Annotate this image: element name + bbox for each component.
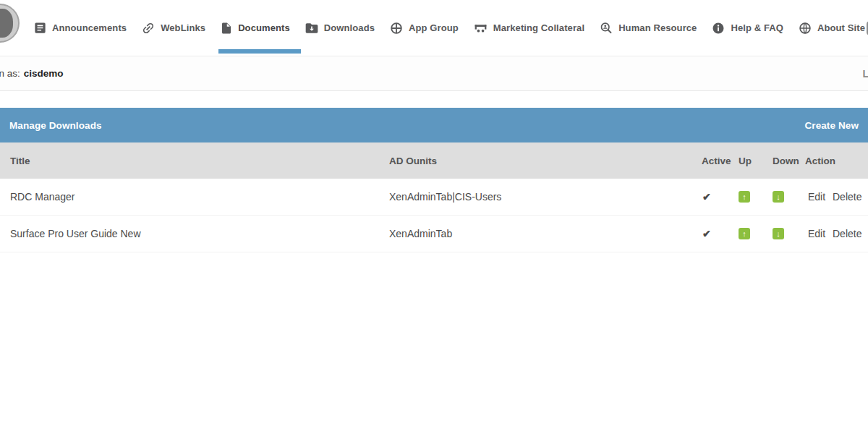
announcements-icon xyxy=(33,21,47,35)
tab-rss[interactable] xyxy=(865,0,868,56)
documents-icon xyxy=(220,22,233,35)
move-up-button[interactable]: ↑ xyxy=(739,191,750,203)
nav-item-label: WebLinks xyxy=(161,22,205,33)
tab-human-resource[interactable]: Human Resource xyxy=(599,0,697,56)
nav-items: Announcements WebLinks Documents Downloa… xyxy=(33,0,865,56)
panel-title: Manage Downloads xyxy=(9,120,102,131)
column-header-down: Down xyxy=(773,142,799,179)
column-header-active: Active xyxy=(702,142,731,179)
nav-item-label: Help & FAQ xyxy=(731,22,783,33)
nav-item-label: Announcements xyxy=(52,22,127,33)
about-site-icon xyxy=(798,21,812,35)
site-logo xyxy=(0,4,20,43)
tab-marketing-collateral[interactable]: Marketing Collateral xyxy=(473,0,584,56)
manage-downloads-header: Manage Downloads Create New xyxy=(0,108,868,142)
logout-link[interactable]: L xyxy=(862,56,868,90)
row-title: RDC Manager xyxy=(10,179,75,215)
row-ad-ounits: XenAdminTab xyxy=(389,216,452,252)
nav-item-label: About Site xyxy=(817,22,865,33)
tab-about-site[interactable]: About Site xyxy=(798,0,865,56)
app-group-icon xyxy=(389,21,404,35)
table-row: RDC Manager XenAdminTab|CIS-Users ✔ ↑ ↓ … xyxy=(0,179,868,216)
column-header-up: Up xyxy=(739,142,752,179)
edit-link[interactable]: Edit xyxy=(808,216,825,252)
nav-item-label: Downloads xyxy=(324,22,375,33)
move-down-button[interactable]: ↓ xyxy=(773,228,784,239)
rss-icon xyxy=(865,20,868,37)
help-faq-icon xyxy=(711,21,726,35)
move-up-button[interactable]: ↑ xyxy=(739,228,750,239)
marketing-collateral-icon xyxy=(473,20,488,35)
delete-link[interactable]: Delete xyxy=(833,179,861,215)
session-bar: on as:cisdemo L xyxy=(0,56,868,91)
nav-item-label: Marketing Collateral xyxy=(493,22,584,33)
column-header-action: Action xyxy=(805,142,835,179)
top-navigation: Announcements WebLinks Documents Downloa… xyxy=(0,0,868,56)
move-down-button[interactable]: ↓ xyxy=(773,191,784,203)
spacer xyxy=(0,91,868,108)
delete-link[interactable]: Delete xyxy=(833,216,861,252)
tab-weblinks[interactable]: WebLinks xyxy=(141,0,205,56)
username: cisdemo xyxy=(24,68,64,79)
nav-item-label: Documents xyxy=(238,22,290,33)
edit-link[interactable]: Edit xyxy=(808,179,825,215)
human-resource-icon xyxy=(599,21,613,35)
nav-item-label: Human Resource xyxy=(618,22,697,33)
active-check-icon: ✔ xyxy=(702,179,711,215)
table-header-row: Title AD Ounits Active Up Down Action xyxy=(0,142,868,179)
weblinks-icon xyxy=(141,21,156,35)
tab-downloads[interactable]: Downloads xyxy=(305,0,375,56)
row-ad-ounits: XenAdminTab|CIS-Users xyxy=(389,179,501,215)
tab-documents[interactable]: Documents xyxy=(220,0,290,56)
tab-help-faq[interactable]: Help & FAQ xyxy=(711,0,783,56)
row-title: Surface Pro User Guide New xyxy=(10,216,141,252)
create-new-button[interactable]: Create New xyxy=(804,120,859,131)
column-header-title: Title xyxy=(10,142,30,179)
tab-app-group[interactable]: App Group xyxy=(389,0,459,56)
downloads-icon xyxy=(305,21,319,35)
nav-item-label: App Group xyxy=(409,22,459,33)
active-check-icon: ✔ xyxy=(702,216,711,252)
column-header-ad-ounits: AD Ounits xyxy=(389,142,437,179)
tab-announcements[interactable]: Announcements xyxy=(33,0,127,56)
logged-on-label: on as: xyxy=(0,68,20,79)
table-row: Surface Pro User Guide New XenAdminTab ✔… xyxy=(0,216,868,252)
logged-on-as: on as:cisdemo xyxy=(0,56,64,90)
